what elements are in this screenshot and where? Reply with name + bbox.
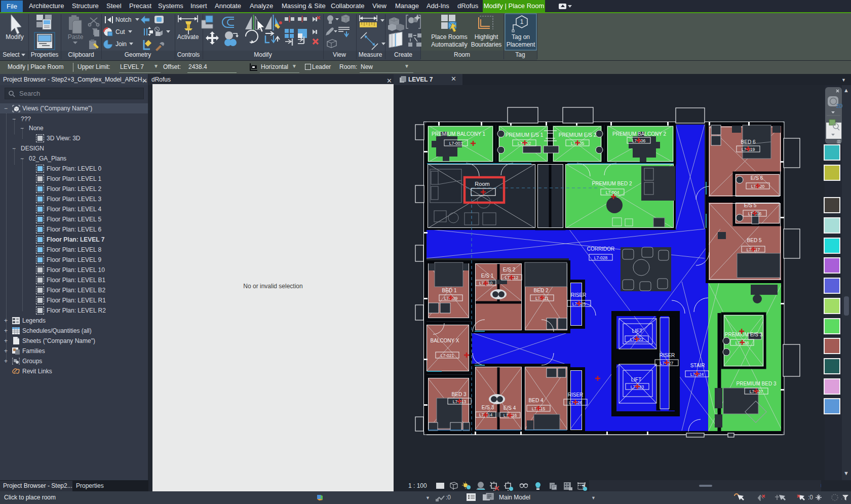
svg-text:Modify: Modify	[254, 51, 272, 58]
svg-text:PREMIUM E/S 1: PREMIUM E/S 1	[506, 132, 544, 138]
svg-text:Tag on: Tag on	[512, 33, 530, 41]
svg-text:RISER: RISER	[660, 353, 675, 358]
svg-text:L7-003: L7-003	[449, 141, 463, 146]
svg-text:BED 4: BED 4	[529, 398, 544, 403]
svg-text:PREMIUM E/S 2: PREMIUM E/S 2	[559, 132, 597, 138]
svg-text:LIFT: LIFT	[632, 328, 643, 334]
svg-text:Place Rooms: Place Rooms	[431, 33, 467, 41]
svg-text:Cut: Cut	[115, 28, 125, 35]
svg-text:Modify: Modify	[6, 33, 23, 41]
svg-text:Room: Room	[454, 51, 470, 58]
svg-text:Paste: Paste	[68, 33, 84, 41]
svg-text:Room: Room	[475, 181, 489, 187]
svg-text:RISER: RISER	[568, 392, 584, 398]
svg-text:L7-021: L7-021	[441, 353, 454, 358]
svg-text:Measure: Measure	[359, 51, 382, 58]
svg-text:Placement: Placement	[507, 41, 535, 48]
svg-text:Highlight: Highlight	[475, 33, 498, 41]
svg-text:E/S 2: E/S 2	[503, 267, 516, 273]
svg-text:PREMIUM E/S 3: PREMIUM E/S 3	[725, 332, 763, 337]
svg-text:View: View	[333, 51, 346, 58]
svg-text:1: 1	[520, 18, 524, 25]
svg-text:Clipboard: Clipboard	[68, 51, 94, 58]
svg-text:Tag: Tag	[515, 51, 525, 58]
svg-text:E/S 4: E/S 4	[504, 405, 516, 411]
svg-text:Controls: Controls	[177, 51, 200, 58]
svg-text:Join: Join	[115, 41, 127, 48]
svg-text:E/S 3: E/S 3	[482, 405, 494, 410]
svg-text:Automatically: Automatically	[431, 41, 467, 48]
svg-text:CORRIDOR: CORRIDOR	[587, 246, 614, 252]
svg-text:PREMIUM BED 2: PREMIUM BED 2	[592, 181, 632, 186]
svg-text:BALCONY X: BALCONY X	[430, 338, 459, 343]
svg-text:Properties: Properties	[31, 51, 59, 58]
svg-text:L7-028: L7-028	[594, 255, 608, 260]
svg-text:E/S 6: E/S 6	[751, 175, 763, 181]
svg-text:BED 1: BED 1	[442, 288, 457, 293]
svg-text:Geometry: Geometry	[125, 51, 151, 58]
svg-text:BED 3: BED 3	[452, 392, 467, 397]
svg-text:PREMIUM BED 3: PREMIUM BED 3	[737, 381, 777, 386]
svg-text:2D: 2D	[836, 103, 843, 109]
svg-text:BED 5: BED 5	[747, 238, 762, 243]
svg-text:Create: Create	[394, 51, 412, 58]
svg-text:LIFT: LIFT	[631, 377, 642, 382]
svg-text:E/S 5: E/S 5	[744, 203, 757, 208]
svg-text:BED 2: BED 2	[534, 288, 549, 293]
svg-text:E/S 1: E/S 1	[481, 273, 494, 279]
svg-text:Select: Select	[3, 51, 20, 58]
svg-text:STAIR: STAIR	[690, 363, 705, 368]
svg-text:L7-004: L7-004	[606, 190, 620, 195]
svg-text:PREMIUM BALCONY 1: PREMIUM BALCONY 1	[432, 131, 485, 137]
svg-text:BED 6: BED 6	[741, 139, 756, 145]
svg-text:PREMIUM BALCONY 2: PREMIUM BALCONY 2	[612, 131, 666, 137]
svg-text:RISER: RISER	[571, 292, 587, 298]
svg-text:Notch: Notch	[115, 16, 131, 23]
svg-text:Boundaries: Boundaries	[471, 41, 502, 48]
svg-text:Activate: Activate	[177, 33, 199, 41]
